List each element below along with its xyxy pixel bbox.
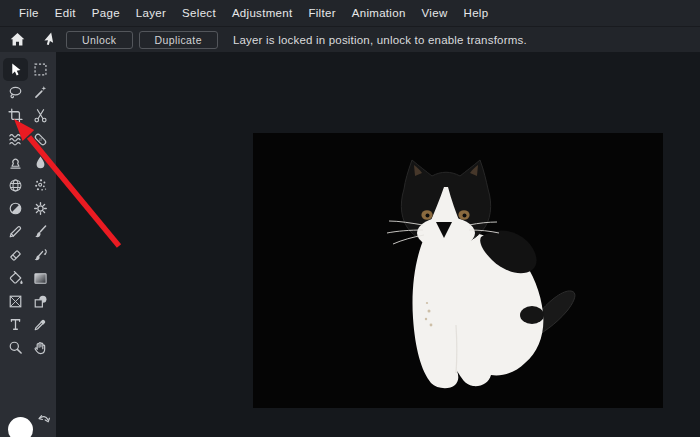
shape-tool[interactable] <box>28 290 53 313</box>
type-tool[interactable] <box>3 313 28 336</box>
pen-tool[interactable] <box>3 220 28 243</box>
paint-bucket-tool[interactable] <box>3 267 28 290</box>
dodge-icon <box>7 200 24 217</box>
pointer-button[interactable] <box>40 31 58 49</box>
frame-tool[interactable] <box>3 290 28 313</box>
blur-drop-icon <box>32 154 49 171</box>
lasso-icon <box>7 84 24 101</box>
menu-adjustment[interactable]: Adjustment <box>232 7 293 19</box>
dodge-tool[interactable] <box>3 197 28 220</box>
tool-panel <box>0 52 56 437</box>
foreground-color-swatch[interactable] <box>8 417 33 437</box>
eyedropper-tool[interactable] <box>28 313 53 336</box>
menu-select[interactable]: Select <box>182 7 216 19</box>
hand-tool[interactable] <box>28 336 53 359</box>
sphere-warp-tool[interactable] <box>3 174 28 197</box>
eraser-icon <box>7 247 24 264</box>
paint-bucket-icon <box>7 270 24 287</box>
sphere-warp-icon <box>7 177 24 194</box>
home-button[interactable] <box>8 31 26 49</box>
blur-drop-tool[interactable] <box>28 151 53 174</box>
healing-patch-tool[interactable] <box>28 128 53 151</box>
burn-gear-icon <box>32 200 49 217</box>
magic-wand-tool[interactable] <box>28 81 53 104</box>
brush-icon <box>32 223 49 240</box>
zoom-icon <box>7 339 24 356</box>
spray-icon <box>32 177 49 194</box>
shape-icon <box>32 293 49 310</box>
hand-icon <box>32 339 49 356</box>
magic-wand-icon <box>32 84 49 101</box>
status-message: Layer is locked in position, unlock to e… <box>233 34 527 46</box>
clone-stamp-tool[interactable] <box>3 151 28 174</box>
document-canvas[interactable] <box>253 133 663 408</box>
scissors-tool[interactable] <box>28 104 53 127</box>
eyedropper-icon <box>32 316 49 333</box>
mixer-brush-tool[interactable] <box>28 244 53 267</box>
menu-bar: File Edit Page Layer Select Adjustment F… <box>0 0 700 26</box>
type-icon <box>7 316 24 333</box>
duplicate-button[interactable]: Duplicate <box>139 31 218 49</box>
unlock-button[interactable]: Unlock <box>66 31 133 49</box>
crop-icon <box>7 107 24 124</box>
action-bar: Unlock Duplicate Layer is locked in posi… <box>0 26 700 52</box>
menu-edit[interactable]: Edit <box>55 7 76 19</box>
menu-animation[interactable]: Animation <box>352 7 406 19</box>
liquify-icon <box>7 131 24 148</box>
eraser-tool[interactable] <box>3 244 28 267</box>
brush-tool[interactable] <box>28 220 53 243</box>
pointer-icon <box>41 31 58 48</box>
cat-image <box>253 133 663 408</box>
gradient-icon <box>32 270 49 287</box>
swap-colors-button[interactable] <box>37 414 51 434</box>
healing-patch-icon <box>32 131 49 148</box>
gradient-tool[interactable] <box>28 267 53 290</box>
menu-filter[interactable]: Filter <box>308 7 335 19</box>
mixer-brush-icon <box>32 247 49 264</box>
pen-icon <box>7 223 24 240</box>
home-icon <box>9 31 26 48</box>
swap-colors-icon <box>37 414 51 430</box>
scissors-icon <box>32 107 49 124</box>
photo-editor-app: { "menu_bar": { "items": ["File","Edit",… <box>0 0 700 437</box>
frame-icon <box>7 293 24 310</box>
zoom-tool[interactable] <box>3 336 28 359</box>
menu-help[interactable]: Help <box>464 7 489 19</box>
lasso-tool[interactable] <box>3 81 28 104</box>
rectangle-select-tool[interactable] <box>28 58 53 81</box>
move-tool-icon <box>7 61 24 78</box>
menu-page[interactable]: Page <box>92 7 120 19</box>
crop-tool[interactable] <box>3 104 28 127</box>
menu-view[interactable]: View <box>422 7 448 19</box>
liquify-tool[interactable] <box>3 128 28 151</box>
burn-gear-tool[interactable] <box>28 197 53 220</box>
clone-stamp-icon <box>7 154 24 171</box>
menu-layer[interactable]: Layer <box>136 7 166 19</box>
spray-tool[interactable] <box>28 174 53 197</box>
color-swatches <box>5 414 53 437</box>
menu-file[interactable]: File <box>19 7 39 19</box>
move-tool[interactable] <box>3 58 28 81</box>
rectangle-select-icon <box>32 61 49 78</box>
